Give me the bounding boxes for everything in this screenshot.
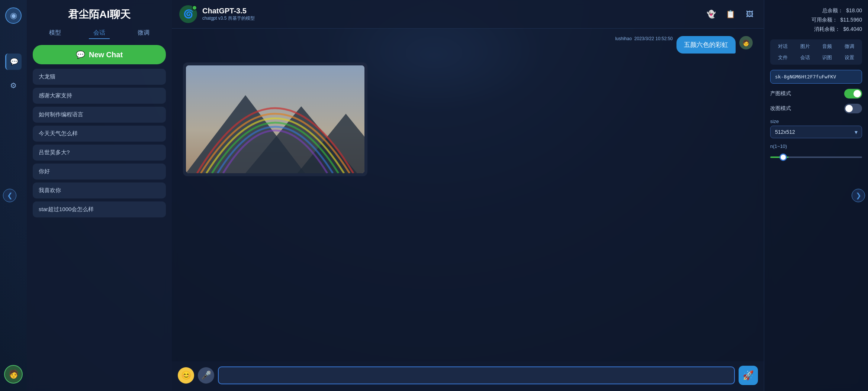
produce-mode-label: 产图模式 <box>770 90 791 97</box>
model-name: ChatGPT-3.5 <box>202 7 699 15</box>
chat-input[interactable] <box>218 366 735 384</box>
emoji-button[interactable]: 😊 <box>178 367 194 384</box>
produce-mode-toggle[interactable] <box>844 89 862 98</box>
avatar-icon: 🧑 <box>9 369 19 379</box>
produce-mode-row: 产图模式 <box>770 89 862 98</box>
chat-item-3[interactable]: 今天天气怎么样 <box>33 126 166 142</box>
main-content: 🌀 ChatGPT-3.5 chatgpt v3.5 所基于的模型 👻 📋 🖼 <box>172 0 764 391</box>
right-tab-session[interactable]: 会话 <box>795 53 816 62</box>
user-message: lushihao 2023/3/22 10:52:50 五颜六色的彩虹 🧑 <box>183 36 753 54</box>
settings-icon: ⚙ <box>10 81 17 90</box>
right-tab-settings[interactable]: 设置 <box>839 53 860 62</box>
total-balance-row: 总余额： $18.00 <box>770 6 862 15</box>
right-tab-finetune[interactable]: 微调 <box>839 42 860 51</box>
model-icon-container: 🌀 <box>179 5 197 23</box>
tab-model[interactable]: 模型 <box>45 28 65 39</box>
api-key-input[interactable] <box>770 70 862 84</box>
image-icon: 🖼 <box>746 10 753 19</box>
consumed-balance-label: 消耗余额： <box>814 25 840 34</box>
chat-item-1[interactable]: 感谢大家支持 <box>33 88 166 104</box>
msg-meta: lushihao 2023/3/22 10:52:50 <box>615 36 673 41</box>
chat-item-5[interactable]: 你好 <box>33 164 166 180</box>
chat-item-0[interactable]: 大龙猫 <box>33 69 166 85</box>
right-tab-file[interactable]: 文件 <box>772 53 793 62</box>
document-icon: 📋 <box>726 10 735 19</box>
size-select[interactable]: 256x256 512x512 1024x1024 <box>770 126 862 138</box>
model-status-badge <box>192 5 197 10</box>
improve-mode-knob <box>845 105 853 112</box>
image-action-btn[interactable]: 🖼 <box>743 7 756 21</box>
new-chat-icon: 💬 <box>76 50 85 59</box>
nav-settings-btn[interactable]: ⚙ <box>5 77 22 94</box>
user-bubble: 五颜六色的彩虹 <box>676 36 736 54</box>
n-section: n(1~10) <box>770 143 862 161</box>
right-tabs: 对话 图片 音频 微调 文件 会话 识图 设置 <box>770 39 862 65</box>
ghost-icon: 👻 <box>707 10 716 19</box>
balance-info: 总余额： $18.00 可用余额： $11.5960 消耗余额： $6.4040 <box>770 6 862 34</box>
improve-mode-toggle[interactable] <box>844 104 862 113</box>
total-balance-value: $18.00 <box>846 6 862 15</box>
chat-list: 大龙猫 感谢大家支持 如何制作编程语言 今天天气怎么样 吕世昊多大? 你好 我喜… <box>33 69 166 384</box>
edge-right-btn[interactable]: ❯ <box>852 189 865 202</box>
mic-icon: 🎤 <box>201 371 211 380</box>
chat-item-6[interactable]: 我喜欢你 <box>33 182 166 198</box>
size-select-wrapper: 256x256 512x512 1024x1024 <box>770 126 862 138</box>
total-balance-label: 总余额： <box>822 6 843 15</box>
chevron-left-icon: ❮ <box>7 191 13 200</box>
mic-button[interactable]: 🎤 <box>198 367 214 384</box>
tab-conversation[interactable]: 会话 <box>89 28 110 39</box>
available-balance-value: $11.5960 <box>840 15 862 25</box>
ai-image-response <box>183 62 753 176</box>
improve-mode-row: 改图模式 <box>770 104 862 113</box>
user-msg-avatar: 🧑 <box>739 36 753 49</box>
rainbow-svg <box>186 65 364 173</box>
right-tab-vision[interactable]: 识图 <box>817 53 838 62</box>
right-tab-image[interactable]: 图片 <box>795 42 816 51</box>
sidebar-tabs: 模型 会话 微调 <box>33 28 166 39</box>
model-info: ChatGPT-3.5 chatgpt v3.5 所基于的模型 <box>202 7 699 22</box>
size-label: size <box>770 119 862 124</box>
model-subtitle: chatgpt v3.5 所基于的模型 <box>202 15 699 22</box>
sidebar: 君尘陌AI聊天 模型 会话 微调 💬 New Chat 大龙猫 感谢大家支持 如… <box>27 0 172 391</box>
nav-top-btn[interactable]: ◉ <box>5 7 22 24</box>
topbar-actions: 👻 📋 🖼 <box>704 7 756 21</box>
slider-container <box>770 151 862 161</box>
tab-finetune[interactable]: 微调 <box>133 28 154 39</box>
document-action-btn[interactable]: 📋 <box>724 7 737 21</box>
nav-top-icon: ◉ <box>10 11 17 20</box>
model-icon: 🌀 <box>183 9 193 19</box>
chat-item-4[interactable]: 吕世昊多大? <box>33 145 166 161</box>
input-area: 😊 🎤 🚀 <box>172 361 764 391</box>
emoji-icon: 😊 <box>181 371 191 380</box>
right-tab-chat[interactable]: 对话 <box>772 42 793 51</box>
available-balance-row: 可用余额： $11.5960 <box>770 15 862 25</box>
produce-mode-knob <box>853 90 861 97</box>
chat-area: lushihao 2023/3/22 10:52:50 五颜六色的彩虹 🧑 <box>172 29 764 361</box>
nav-chat-btn[interactable]: 💬 <box>5 54 22 70</box>
available-balance-label: 可用余额： <box>811 15 838 25</box>
app-title: 君尘陌AI聊天 <box>33 7 166 22</box>
consumed-balance-value: $6.4040 <box>843 25 862 34</box>
size-section: size 256x256 512x512 1024x1024 <box>770 119 862 138</box>
ghost-action-btn[interactable]: 👻 <box>704 7 718 21</box>
topbar: 🌀 ChatGPT-3.5 chatgpt v3.5 所基于的模型 👻 📋 🖼 <box>172 0 764 29</box>
new-chat-button[interactable]: 💬 New Chat <box>33 45 166 64</box>
n-slider[interactable] <box>770 156 862 158</box>
chat-item-2[interactable]: 如何制作编程语言 <box>33 107 166 123</box>
right-tab-audio[interactable]: 音频 <box>817 42 838 51</box>
n-label: n(1~10) <box>770 143 862 149</box>
chevron-right-icon: ❯ <box>856 191 861 200</box>
ai-image-container <box>183 62 367 176</box>
rainbow-image <box>186 65 364 173</box>
edge-left-btn[interactable]: ❮ <box>3 189 16 202</box>
new-chat-label: New Chat <box>89 51 123 59</box>
improve-mode-label: 改图模式 <box>770 105 791 112</box>
user-avatar[interactable]: 🧑 <box>4 365 23 384</box>
send-button[interactable]: 🚀 <box>739 366 758 385</box>
consumed-balance-row: 消耗余额： $6.4040 <box>770 25 862 34</box>
msg-timestamp: lushihao 2023/3/22 10:52:50 <box>615 36 673 41</box>
send-icon: 🚀 <box>743 370 754 381</box>
chat-item-7[interactable]: star超过1000会怎么样 <box>33 201 166 217</box>
chat-icon: 💬 <box>10 58 18 66</box>
